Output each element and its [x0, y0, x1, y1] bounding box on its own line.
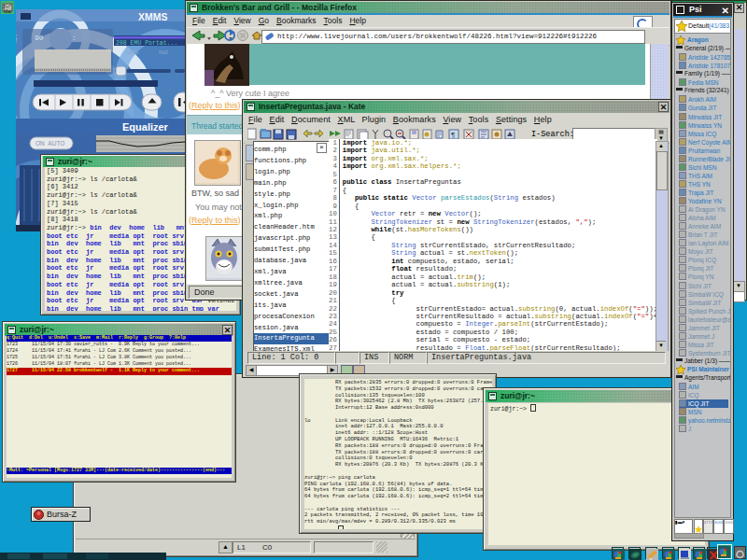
- svg-text:208 EMU Portat...: 208 EMU Portat...: [116, 40, 177, 47]
- svg-text:¶: ¶: [451, 131, 455, 139]
- svg-text::: :: [72, 34, 77, 42]
- svg-text:XMMS: XMMS: [138, 11, 168, 22]
- svg-text:90: 90: [35, 34, 44, 42]
- svg-text:Mai: Mai: [4, 8, 11, 14]
- svg-text:VOL: VOL: [16, 35, 18, 45]
- svg-text:ON AUTO: ON AUTO: [35, 140, 64, 147]
- svg-text:Equalizer: Equalizer: [122, 121, 169, 133]
- svg-text:KHZ: KHZ: [159, 49, 169, 56]
- svg-text:KBPS: KBPS: [126, 49, 139, 56]
